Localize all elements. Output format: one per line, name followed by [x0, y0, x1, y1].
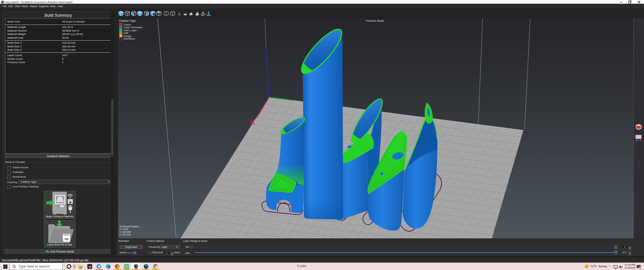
svg-text:Feature Type: Feature Type	[119, 19, 136, 22]
svg-text:Z: 244.128: Z: 244.128	[119, 233, 131, 236]
svg-text:Toolhead Position: Toolhead Position	[119, 225, 139, 228]
svg-text:M: M	[89, 265, 91, 268]
svg-text:X: 0.000: X: 0.000	[119, 228, 128, 230]
svg-text:SD: SD	[64, 237, 69, 241]
svg-text:Skirt/Brim: Skirt/Brim	[123, 37, 135, 40]
svg-text:Preview Mode: Preview Mode	[366, 19, 384, 22]
svg-text:Y: 163.696: Y: 163.696	[119, 231, 131, 233]
